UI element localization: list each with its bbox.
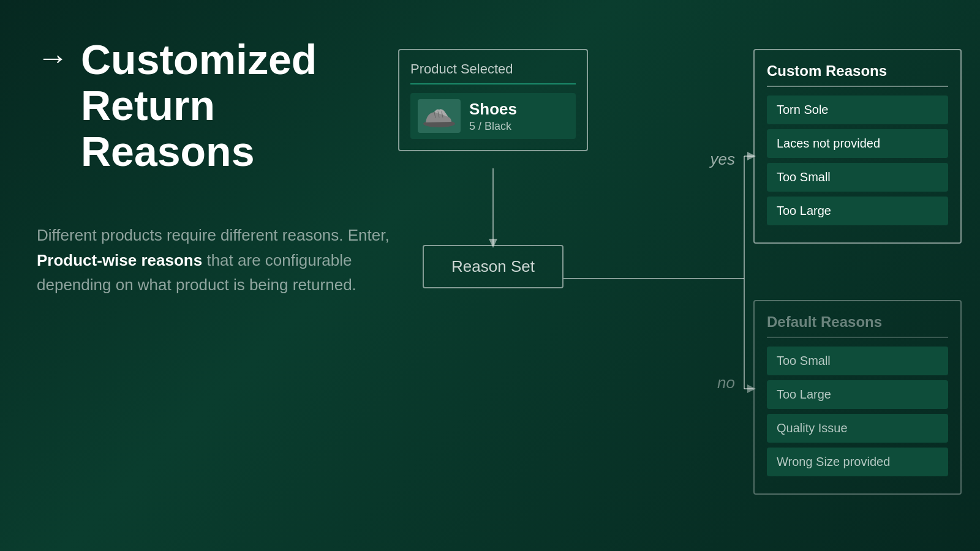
description-text: Different products require different rea… — [37, 223, 392, 297]
default-reason-item-3: Quality Issue — [767, 414, 948, 443]
shoe-icon — [418, 99, 461, 133]
title-line1: Customized — [81, 36, 317, 83]
arrow-icon: → — [37, 42, 69, 73]
custom-reason-item-4: Too Large — [767, 197, 948, 225]
reason-set-box: Reason Set — [423, 245, 564, 288]
default-reason-item-4: Wrong Size provided — [767, 448, 948, 476]
default-reasons-box: Default Reasons Too Small Too Large Qual… — [753, 300, 962, 495]
custom-reason-item-1: Torn Sole — [767, 96, 948, 124]
custom-reasons-list: Torn Sole Laces not provided Too Small T… — [767, 96, 948, 225]
yes-label: yes — [710, 150, 735, 169]
product-variant: 5 / Black — [469, 120, 517, 133]
default-reason-item-1: Too Small — [767, 347, 948, 375]
desc-bold: Product-wise reasons — [37, 251, 202, 269]
main-title: Customized Return Reasons — [81, 37, 317, 174]
title-line3: Reasons — [81, 128, 254, 174]
product-selected-title: Product Selected — [410, 61, 576, 84]
title-line2: Return — [81, 82, 215, 129]
product-name: Shoes — [469, 100, 517, 119]
reason-set-label: Reason Set — [451, 257, 535, 276]
product-selected-box: Product Selected Shoes 5 / Black — [398, 49, 588, 151]
left-section: → Customized Return Reasons Different pr… — [37, 37, 392, 297]
custom-reason-item-3: Too Small — [767, 163, 948, 192]
product-info: Shoes 5 / Black — [469, 100, 517, 133]
custom-reasons-title: Custom Reasons — [767, 62, 948, 87]
product-item: Shoes 5 / Black — [410, 93, 576, 139]
default-reason-item-2: Too Large — [767, 380, 948, 409]
custom-reasons-box: Custom Reasons Torn Sole Laces not provi… — [753, 49, 962, 244]
no-label: no — [717, 373, 735, 392]
desc-part1: Different products require different rea… — [37, 226, 390, 244]
default-reasons-title: Default Reasons — [767, 313, 948, 338]
diagram-area: Product Selected Shoes 5 / Black Reason … — [380, 37, 962, 539]
custom-reason-item-2: Laces not provided — [767, 129, 948, 158]
hero-title-block: → Customized Return Reasons — [37, 37, 392, 174]
default-reasons-list: Too Small Too Large Quality Issue Wrong … — [767, 347, 948, 476]
